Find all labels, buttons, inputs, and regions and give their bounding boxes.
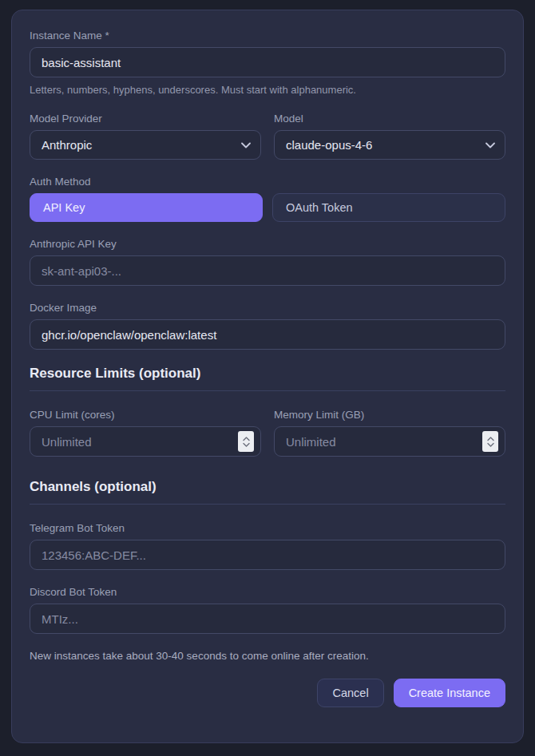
model-group: Model claude-opus-4-6 — [274, 113, 505, 160]
memory-limit-label: Memory Limit (GB) — [274, 409, 505, 422]
model-value: claude-opus-4-6 — [286, 138, 372, 152]
api-key-input[interactable] — [30, 255, 505, 286]
chevron-down-icon — [243, 442, 250, 447]
memory-limit-input[interactable] — [274, 426, 505, 457]
docker-image-label: Docker Image — [30, 302, 505, 315]
instance-name-group: Instance Name * Letters, numbers, hyphen… — [30, 30, 505, 97]
cpu-limit-input[interactable] — [30, 426, 261, 457]
model-provider-group: Model Provider Anthropic — [30, 113, 261, 160]
chevron-down-icon — [487, 442, 494, 447]
chevron-down-icon — [241, 142, 251, 148]
cpu-limit-stepper[interactable] — [238, 431, 254, 452]
auth-oauth-token-button[interactable]: OAuth Token — [272, 193, 505, 222]
cpu-limit-group: CPU Limit (cores) — [30, 409, 261, 457]
docker-image-input[interactable] — [30, 319, 505, 350]
model-label: Model — [274, 113, 505, 125]
telegram-token-label: Telegram Bot Token — [30, 522, 505, 535]
telegram-token-input[interactable] — [30, 540, 505, 570]
discord-token-group: Discord Bot Token — [30, 586, 505, 634]
create-instance-form: Instance Name * Letters, numbers, hyphen… — [11, 10, 524, 743]
model-provider-select[interactable]: Anthropic — [30, 130, 261, 160]
auth-method-segmented: API Key OAuth Token — [30, 193, 505, 222]
resource-limits-heading: Resource Limits (optional) — [30, 366, 505, 382]
model-provider-value: Anthropic — [42, 138, 92, 152]
creation-time-note: New instances take about 30-40 seconds t… — [30, 650, 505, 663]
chevron-up-icon — [243, 437, 250, 441]
section-divider — [30, 390, 505, 391]
create-instance-button[interactable]: Create Instance — [394, 679, 505, 707]
model-select[interactable]: claude-opus-4-6 — [274, 130, 505, 160]
discord-token-input[interactable] — [30, 604, 505, 634]
api-key-label: Anthropic API Key — [30, 238, 505, 251]
resource-limits-row: CPU Limit (cores) Memory Limit (GB) — [30, 409, 505, 457]
section-divider — [30, 504, 505, 505]
instance-name-helper: Letters, numbers, hyphens, underscores. … — [30, 84, 505, 97]
cancel-button[interactable]: Cancel — [317, 679, 383, 707]
model-row: Model Provider Anthropic Model claude-op… — [30, 113, 505, 160]
auth-method-group: Auth Method API Key OAuth Token — [30, 176, 505, 222]
api-key-group: Anthropic API Key — [30, 238, 505, 286]
memory-limit-group: Memory Limit (GB) — [274, 409, 505, 457]
instance-name-input[interactable] — [30, 47, 505, 77]
model-provider-label: Model Provider — [30, 113, 261, 125]
memory-limit-stepper[interactable] — [482, 431, 498, 452]
cpu-limit-label: CPU Limit (cores) — [30, 409, 261, 422]
docker-image-group: Docker Image — [30, 302, 505, 350]
discord-token-label: Discord Bot Token — [30, 586, 505, 599]
channels-heading: Channels (optional) — [30, 479, 505, 495]
instance-name-label: Instance Name * — [30, 30, 505, 42]
form-actions: Cancel Create Instance — [30, 679, 505, 707]
chevron-down-icon — [485, 142, 495, 148]
chevron-up-icon — [487, 437, 494, 441]
auth-api-key-button[interactable]: API Key — [30, 193, 263, 222]
telegram-token-group: Telegram Bot Token — [30, 522, 505, 570]
auth-method-label: Auth Method — [30, 176, 505, 188]
